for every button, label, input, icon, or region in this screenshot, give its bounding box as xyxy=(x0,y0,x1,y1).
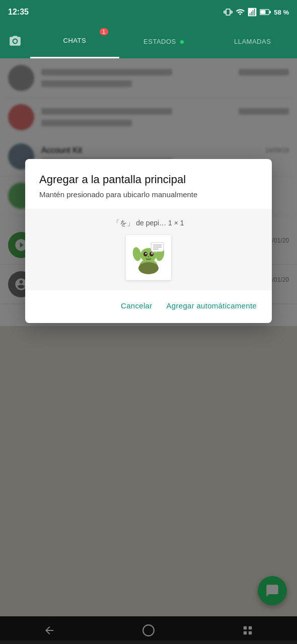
cancel-button[interactable]: Cancelar xyxy=(120,299,153,312)
vibrate-icon xyxy=(224,8,233,17)
tab-llamadas[interactable]: LLAMADAS xyxy=(208,24,297,58)
svg-point-4 xyxy=(138,262,159,274)
yoda-sticker xyxy=(131,240,166,275)
tab-llamadas-label: LLAMADAS xyxy=(234,38,271,45)
nav-bar: CHATS 1 ESTADOS LLAMADAS xyxy=(0,24,297,58)
battery-icon xyxy=(260,9,271,16)
battery-text: 58 % xyxy=(274,9,289,16)
svg-point-11 xyxy=(152,253,153,255)
dialog-header: Agregar a la pantalla principal Mantén p… xyxy=(25,159,272,199)
status-bar: 12:35 58 % xyxy=(0,0,297,24)
tab-chats[interactable]: CHATS 1 xyxy=(30,24,119,58)
confirm-button[interactable]: Agregar automáticamente xyxy=(166,299,258,312)
dialog-actions: Cancelar Agregar automáticamente xyxy=(25,290,272,323)
status-icons: 58 % xyxy=(224,8,289,17)
modal-overlay: Agregar a la pantalla principal Mantén p… xyxy=(0,58,297,640)
tab-chats-label: CHATS xyxy=(63,37,87,44)
dialog-preview-area: 「を」 de pepi… 1 × 1 xyxy=(25,209,272,290)
camera-button[interactable] xyxy=(0,35,30,48)
signal-icon xyxy=(248,8,257,17)
estados-dot xyxy=(180,40,184,44)
nav-tabs: CHATS 1 ESTADOS LLAMADAS xyxy=(30,24,297,58)
dialog-title: Agregar a la pantalla principal xyxy=(39,173,258,186)
svg-rect-2 xyxy=(261,10,266,14)
chats-badge: 1 xyxy=(100,28,108,35)
dialog-app-icon xyxy=(126,235,171,280)
svg-rect-1 xyxy=(270,11,271,13)
time-display: 12:35 xyxy=(8,8,29,17)
svg-point-12 xyxy=(147,256,150,258)
svg-point-6 xyxy=(132,247,142,262)
svg-point-10 xyxy=(145,253,147,255)
wifi-icon xyxy=(236,8,245,17)
tab-estados-label: ESTADOS xyxy=(143,38,184,45)
dialog-subtitle: Mantén presionado para ubicarlo manualme… xyxy=(39,190,258,199)
dialog-preview-label: 「を」 de pepi… 1 × 1 xyxy=(113,219,184,228)
add-to-homescreen-dialog: Agregar a la pantalla principal Mantén p… xyxy=(25,159,272,323)
tab-estados[interactable]: ESTADOS xyxy=(119,24,208,58)
